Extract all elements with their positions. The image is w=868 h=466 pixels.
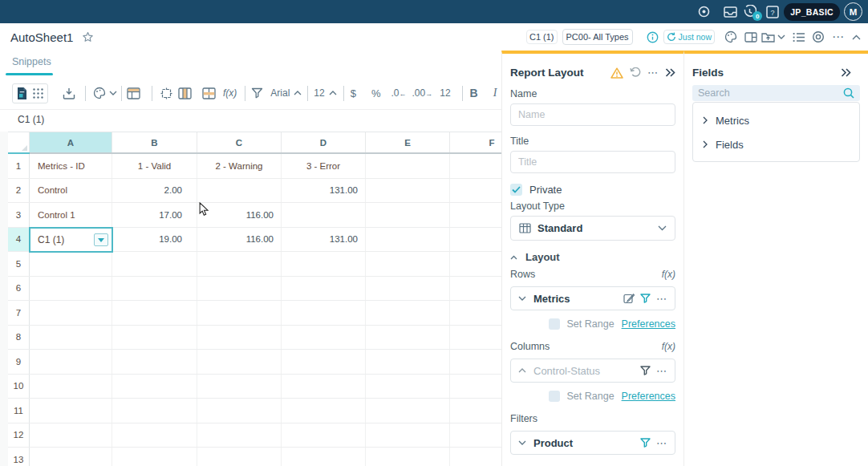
columns-icon[interactable] — [178, 87, 192, 99]
row-header-6[interactable]: 6 — [8, 277, 30, 301]
col-header-D[interactable]: D — [282, 132, 366, 152]
report-doc-icon[interactable] — [16, 87, 28, 100]
cell-F4[interactable] — [450, 228, 501, 252]
favorite-star-icon[interactable] — [82, 31, 94, 43]
cell-F12[interactable] — [450, 423, 501, 448]
cell-A7[interactable] — [30, 301, 112, 325]
filter-icon[interactable] — [251, 87, 263, 99]
cell-F6[interactable] — [450, 277, 501, 301]
theme-palette-icon[interactable] — [724, 30, 737, 43]
info-icon[interactable] — [647, 31, 659, 43]
name-input[interactable] — [510, 103, 675, 126]
cell-C11[interactable] — [197, 399, 282, 423]
row-header-9[interactable]: 9 — [8, 350, 30, 374]
cell-B12[interactable] — [112, 423, 197, 448]
layout-panels-icon[interactable] — [744, 32, 757, 43]
italic-button[interactable]: I — [493, 87, 497, 99]
cell-E8[interactable] — [366, 326, 450, 350]
cell-E12[interactable] — [366, 423, 450, 448]
cell-B13[interactable] — [112, 448, 197, 466]
columns-preferences-link[interactable]: Preferences — [622, 391, 675, 402]
cell-B9[interactable] — [112, 350, 197, 374]
cell-F7[interactable] — [450, 301, 501, 325]
row-header-1[interactable]: 1 — [8, 154, 30, 178]
sync-status[interactable]: Just now — [663, 30, 715, 44]
font-size-chevron-icon[interactable] — [329, 91, 337, 95]
title-input[interactable] — [510, 151, 675, 173]
cell-D13[interactable] — [282, 448, 366, 466]
cell-C10[interactable] — [197, 375, 282, 399]
cell-A9[interactable] — [30, 350, 112, 374]
undo-icon[interactable] — [630, 67, 641, 78]
increase-decimal-button[interactable]: .00→ — [412, 87, 433, 99]
col-header-F[interactable]: F — [450, 132, 501, 152]
tab-snippets[interactable]: Snippets — [12, 56, 51, 67]
cell-A13[interactable] — [30, 448, 112, 466]
cell-C7[interactable] — [197, 301, 282, 325]
columns-more-icon[interactable]: ⋯ — [656, 365, 667, 377]
cell-C1[interactable]: 2 - Warning — [197, 154, 282, 178]
cell-E10[interactable] — [366, 375, 450, 399]
col-header-B[interactable]: B — [112, 132, 197, 152]
cell-D7[interactable] — [282, 301, 366, 325]
cell-F5[interactable] — [450, 252, 501, 276]
row-header-5[interactable]: 5 — [8, 252, 30, 276]
layout-section-header[interactable]: Layout — [510, 251, 675, 263]
cell-D4[interactable]: 131.00 — [282, 228, 366, 252]
filters-filter-icon[interactable] — [640, 438, 651, 448]
columns-set-range-checkbox[interactable] — [549, 391, 560, 402]
row-header-10[interactable]: 10 — [8, 375, 30, 399]
row-header-13[interactable]: 13 — [8, 448, 30, 466]
filters-more-icon[interactable]: ⋯ — [656, 437, 667, 449]
inbox-icon[interactable] — [724, 6, 737, 18]
columns-fx-icon[interactable]: f(x) — [662, 341, 675, 352]
cell-B11[interactable] — [112, 399, 197, 423]
decimal-places-button[interactable]: 12 — [440, 87, 450, 99]
columns-field-control-status[interactable]: Control-Status ⋯ — [510, 359, 675, 383]
layout-type-select[interactable]: Standard — [510, 216, 675, 241]
cell-A3[interactable]: Control 1 — [30, 203, 112, 227]
cell-D3[interactable] — [282, 203, 366, 227]
download-icon[interactable] — [63, 87, 75, 99]
cell-E2[interactable] — [366, 179, 450, 203]
cell-C2[interactable] — [197, 179, 282, 203]
cell-D8[interactable] — [282, 326, 366, 350]
more-options-icon[interactable]: ⋯ — [832, 30, 845, 44]
cell-F11[interactable] — [450, 399, 501, 423]
cell-A11[interactable] — [30, 399, 112, 423]
row-header-7[interactable]: 7 — [8, 301, 30, 325]
cell-name-box[interactable]: C1 (1) — [18, 114, 44, 125]
panel-more-icon[interactable]: ⋯ — [647, 67, 659, 79]
cell-D5[interactable] — [282, 252, 366, 276]
format-palette-chevron-icon[interactable] — [109, 91, 117, 95]
row-header-4[interactable]: 4 — [8, 228, 30, 252]
cell-C9[interactable] — [197, 350, 282, 374]
collapse-toolbar-icon[interactable] — [852, 34, 861, 40]
cell-F13[interactable] — [450, 448, 501, 466]
edit-field-icon[interactable] — [623, 293, 635, 304]
cell-E4[interactable] — [366, 228, 450, 252]
cell-F2[interactable] — [450, 179, 501, 203]
cell-E6[interactable] — [366, 277, 450, 301]
cell-D1[interactable]: 3 - Error — [282, 154, 366, 178]
cell-D12[interactable] — [282, 423, 366, 448]
bold-button[interactable]: B — [470, 87, 478, 99]
cell-E5[interactable] — [366, 252, 450, 276]
cell-B1[interactable]: 1 - Valid — [112, 154, 197, 178]
cell-B7[interactable] — [112, 301, 197, 325]
cell-F3[interactable] — [450, 203, 501, 227]
account-button[interactable]: JP_BASIC — [784, 3, 840, 21]
fields-search-input[interactable]: Search — [692, 85, 860, 101]
cell-E1[interactable] — [366, 154, 450, 178]
cell-E3[interactable] — [366, 203, 450, 227]
publish-chevron-icon[interactable] — [777, 34, 785, 39]
rows-fx-icon[interactable]: f(x) — [662, 269, 675, 280]
currency-format-button[interactable]: $ — [351, 87, 356, 99]
visualization-icon[interactable] — [812, 30, 825, 43]
settings-icon[interactable] — [697, 5, 711, 18]
formula-icon[interactable]: f(x) — [223, 87, 237, 99]
cell-D10[interactable] — [282, 375, 366, 399]
cell-C4[interactable]: 116.00 — [197, 228, 282, 252]
row-header-11[interactable]: 11 — [8, 399, 30, 423]
rows-field-metrics[interactable]: Metrics ⋯ — [510, 286, 675, 310]
